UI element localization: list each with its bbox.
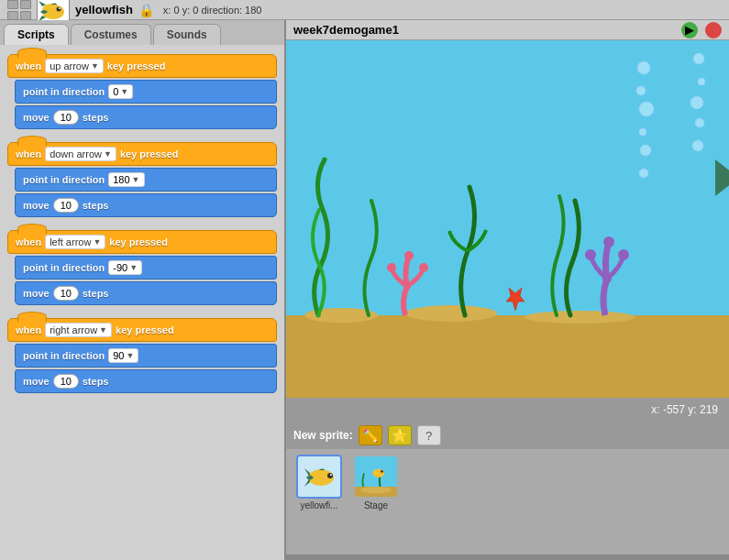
paint-sprite-button[interactable]: ✏️ xyxy=(359,425,382,445)
pressed-label-2: key pressed xyxy=(120,148,179,159)
cmd-block-direction-2[interactable]: point in direction 180 ▼ xyxy=(15,168,277,192)
cmd-block-direction-3[interactable]: point in direction -90 ▼ xyxy=(15,256,277,280)
key-value-down: down arrow xyxy=(50,148,102,159)
sprite-thumb-yellowfish[interactable]: yellowfi... xyxy=(293,455,345,511)
lock-icon: 🔒 xyxy=(138,3,154,17)
direction-dropdown-1[interactable]: 0 ▼ xyxy=(108,84,133,99)
hat-block-right[interactable]: when right arrow ▼ key pressed xyxy=(7,318,277,342)
tab-scripts[interactable]: Scripts xyxy=(4,24,69,45)
svg-point-42 xyxy=(330,474,332,476)
window-btn-4[interactable] xyxy=(20,11,31,20)
pressed-label-1: key pressed xyxy=(107,60,166,71)
tab-sounds[interactable]: Sounds xyxy=(153,24,221,45)
svg-point-22 xyxy=(403,282,411,290)
steps-value-2[interactable]: 10 xyxy=(53,198,79,213)
svg-point-13 xyxy=(693,53,704,64)
steps-label-1: steps xyxy=(83,112,109,123)
key-value-left: left arrow xyxy=(50,236,91,247)
sprite-header: yellowfish 🔒 x: 0 y: 0 direction: 180 xyxy=(0,0,729,20)
direction-value-3: -90 xyxy=(113,262,127,273)
sprite-name-yellowfish: yellowfi... xyxy=(300,500,337,511)
sprite-img-yellowfish xyxy=(296,455,342,499)
when-label-1: when xyxy=(16,60,41,71)
direction-dropdown-3[interactable]: -90 ▼ xyxy=(108,260,142,275)
svg-point-20 xyxy=(405,305,497,322)
window-btn-3[interactable] xyxy=(7,11,18,20)
hat-block-up[interactable]: when up arrow ▼ key pressed xyxy=(7,54,277,78)
stage-name: Stage xyxy=(364,500,388,511)
svg-point-21 xyxy=(525,311,635,324)
sprite-tray-header: New sprite: ✏️ ⭐ ? xyxy=(286,422,729,449)
cmd-block-move-2[interactable]: move 10 steps xyxy=(15,193,277,217)
stop-button[interactable] xyxy=(705,22,722,38)
cmd-block-move-1[interactable]: move 10 steps xyxy=(15,105,277,129)
tab-costumes[interactable]: Costumes xyxy=(71,24,151,45)
svg-point-25 xyxy=(404,251,414,260)
direction-dropdown-4[interactable]: 90 ▼ xyxy=(108,348,138,363)
right-panel: week7demogame1 ▶ xyxy=(286,20,729,560)
svg-point-27 xyxy=(585,249,596,260)
cmd-block-direction-4[interactable]: point in direction 90 ▼ xyxy=(15,344,277,368)
coords-bar: x: -557 y: 219 xyxy=(286,398,729,422)
svg-point-14 xyxy=(698,78,705,85)
svg-point-15 xyxy=(690,96,703,109)
svg-point-4 xyxy=(57,6,61,11)
stage-title-bar: week7demogame1 ▶ xyxy=(286,20,729,40)
svg-point-5 xyxy=(59,7,61,9)
key-dropdown-up[interactable]: up arrow ▼ xyxy=(45,59,104,73)
key-dropdown-down[interactable]: down arrow ▼ xyxy=(45,147,116,161)
pressed-label-3: key pressed xyxy=(109,236,168,247)
dropdown-arrow-2: ▼ xyxy=(104,149,112,159)
move-label-1: move xyxy=(23,112,50,123)
svg-point-11 xyxy=(640,145,651,156)
upload-sprite-button[interactable]: ? xyxy=(417,425,441,445)
steps-label-4: steps xyxy=(83,376,109,387)
steps-value-3[interactable]: 10 xyxy=(53,286,79,301)
key-dropdown-right[interactable]: right arrow ▼ xyxy=(45,323,112,337)
svg-point-46 xyxy=(372,469,384,478)
main-layout: Scripts Costumes Sounds when up arrow ▼ … xyxy=(0,20,729,560)
cmd-block-move-3[interactable]: move 10 steps xyxy=(15,281,277,305)
move-label-4: move xyxy=(23,376,50,387)
star-sprite-button[interactable]: ⭐ xyxy=(388,425,412,445)
sprite-thumb-stage[interactable]: Stage xyxy=(350,455,402,511)
svg-point-23 xyxy=(387,263,396,272)
point-label-4: point in direction xyxy=(23,350,105,361)
key-dropdown-left[interactable]: left arrow ▼ xyxy=(45,235,105,249)
cmd-block-move-4[interactable]: move 10 steps xyxy=(15,369,277,393)
pressed-label-4: key pressed xyxy=(116,324,174,335)
svg-point-29 xyxy=(603,236,614,247)
scripts-area: when up arrow ▼ key pressed point in dir… xyxy=(0,45,284,560)
steps-label-2: steps xyxy=(83,200,109,211)
key-value-up: up arrow xyxy=(50,60,89,71)
sprite-tray: New sprite: ✏️ ⭐ ? xyxy=(286,422,729,555)
stage-coords: x: -557 y: 219 xyxy=(651,403,718,416)
window-btn-1[interactable] xyxy=(7,0,18,9)
hat-block-down[interactable]: when down arrow ▼ key pressed xyxy=(7,142,277,166)
when-label-2: when xyxy=(16,148,41,159)
stage-scene xyxy=(286,40,729,398)
hat-block-left[interactable]: when left arrow ▼ key pressed xyxy=(7,230,277,254)
point-label-1: point in direction xyxy=(23,86,105,97)
steps-value-4[interactable]: 10 xyxy=(53,374,79,389)
dropdown-arrow-4: ▼ xyxy=(99,325,107,335)
cmd-block-direction-1[interactable]: point in direction 0 ▼ xyxy=(15,80,277,104)
window-btn-2[interactable] xyxy=(20,0,31,9)
svg-marker-2 xyxy=(39,1,46,6)
svg-point-41 xyxy=(327,473,333,478)
left-panel: Scripts Costumes Sounds when up arrow ▼ … xyxy=(0,20,286,560)
direction-value-1: 0 xyxy=(113,86,118,97)
svg-point-8 xyxy=(636,86,646,95)
move-label-3: move xyxy=(23,288,50,299)
direction-value-4: 90 xyxy=(113,350,124,361)
svg-point-24 xyxy=(419,263,428,272)
direction-dropdown-2[interactable]: 180 ▼ xyxy=(108,172,144,187)
direction-value-2: 180 xyxy=(113,174,129,185)
when-label-3: when xyxy=(16,236,41,247)
svg-point-7 xyxy=(637,61,650,74)
green-flag-button[interactable]: ▶ xyxy=(681,22,698,38)
steps-label-3: steps xyxy=(83,288,109,299)
dropdown-arrow-1: ▼ xyxy=(91,61,99,71)
sprite-coords: x: 0 y: 0 direction: 180 xyxy=(163,5,262,16)
steps-value-1[interactable]: 10 xyxy=(53,110,79,125)
